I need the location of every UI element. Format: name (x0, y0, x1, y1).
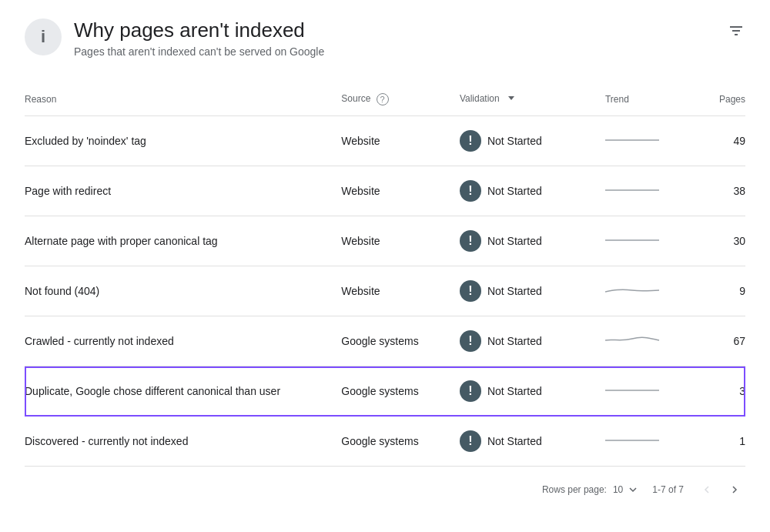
prev-page-button[interactable] (696, 479, 718, 500)
page-container: i Why pages aren't indexed Pages that ar… (0, 0, 770, 519)
cell-trend (605, 266, 715, 316)
validation-status-dot: ! (460, 330, 481, 352)
col-header-trend: Trend (605, 82, 715, 116)
cell-trend (605, 417, 715, 467)
validation-label: Not Started (487, 185, 542, 197)
cell-reason: Discovered - currently not indexed (25, 417, 341, 467)
validation-status-dot: ! (460, 130, 481, 152)
validation-status-dot: ! (460, 280, 481, 302)
filter-icon[interactable] (727, 18, 745, 45)
indexing-table: Reason Source ? Validation (25, 82, 745, 466)
table-row[interactable]: Discovered - currently not indexedGoogle… (25, 417, 745, 467)
cell-validation: !Not Started (460, 316, 605, 366)
trend-sparkline (605, 181, 667, 199)
cell-validation: !Not Started (460, 166, 605, 216)
cell-validation: !Not Started (460, 366, 605, 417)
rows-per-page-container: Rows per page: 10 (542, 483, 640, 497)
page-subtitle: Pages that aren't indexed can't be serve… (74, 45, 324, 58)
cell-source: Website (341, 116, 460, 166)
validation-label: Not Started (487, 285, 542, 297)
rows-per-page-select[interactable]: 10 (613, 483, 640, 497)
cell-pages: 30 (715, 216, 745, 266)
cell-source: Google systems (341, 366, 460, 417)
sort-down-icon (505, 92, 517, 106)
cell-pages: 49 (715, 116, 745, 166)
chevron-down-icon (626, 483, 640, 497)
pagination-info: 1-7 of 7 (652, 484, 684, 495)
validation-status-dot: ! (460, 230, 481, 252)
table-row[interactable]: Page with redirectWebsite!Not Started38 (25, 166, 745, 216)
trend-sparkline (605, 131, 667, 149)
cell-trend (605, 116, 715, 166)
validation-status-dot: ! (460, 180, 481, 202)
cell-pages: 1 (715, 417, 745, 467)
cell-validation: !Not Started (460, 417, 605, 467)
table-row[interactable]: Excluded by 'noindex' tagWebsite!Not Sta… (25, 116, 745, 166)
cell-reason: Alternate page with proper canonical tag (25, 216, 341, 266)
cell-pages: 38 (715, 166, 745, 216)
validation-label: Not Started (487, 235, 542, 247)
cell-reason: Not found (404) (25, 266, 341, 316)
cell-reason: Excluded by 'noindex' tag (25, 116, 341, 166)
cell-reason: Page with redirect (25, 166, 341, 216)
cell-source: Google systems (341, 316, 460, 366)
trend-sparkline (605, 281, 667, 299)
validation-status-dot: ! (460, 430, 481, 452)
pagination-nav (696, 479, 745, 500)
cell-trend (605, 216, 715, 266)
cell-validation: !Not Started (460, 116, 605, 166)
col-header-reason: Reason (25, 82, 341, 116)
cell-pages: 9 (715, 266, 745, 316)
cell-source: Google systems (341, 417, 460, 467)
cell-trend (605, 366, 715, 417)
table-row[interactable]: Not found (404)Website!Not Started9 (25, 266, 745, 316)
validation-label: Not Started (487, 385, 542, 397)
next-page-button[interactable] (724, 479, 745, 500)
validation-status-dot: ! (460, 380, 481, 402)
col-header-source: Source ? (341, 82, 460, 116)
rows-per-page-label: Rows per page: (542, 484, 607, 495)
table-header-row: Reason Source ? Validation (25, 82, 745, 116)
col-header-validation[interactable]: Validation (460, 82, 605, 116)
cell-reason: Crawled - currently not indexed (25, 316, 341, 366)
page-title: Why pages aren't indexed (74, 18, 324, 42)
trend-sparkline (605, 231, 667, 249)
info-icon: i (25, 18, 62, 55)
cell-validation: !Not Started (460, 216, 605, 266)
validation-label: Not Started (487, 135, 542, 147)
cell-pages: 3 (715, 366, 745, 417)
rows-per-page-value: 10 (613, 484, 623, 495)
validation-label: Not Started (487, 435, 542, 447)
trend-sparkline (605, 431, 667, 450)
cell-source: Website (341, 166, 460, 216)
source-help-icon[interactable]: ? (377, 93, 389, 105)
table-wrapper: Reason Source ? Validation (25, 82, 745, 466)
trend-sparkline (605, 331, 667, 350)
col-header-pages: Pages (715, 82, 745, 116)
table-row[interactable]: Alternate page with proper canonical tag… (25, 216, 745, 266)
cell-pages: 67 (715, 316, 745, 366)
cell-trend (605, 166, 715, 216)
validation-label: Not Started (487, 335, 542, 347)
page-header: i Why pages aren't indexed Pages that ar… (25, 18, 745, 58)
trend-sparkline (605, 381, 667, 400)
cell-trend (605, 316, 715, 366)
cell-reason: Duplicate, Google chose different canoni… (25, 366, 341, 417)
cell-validation: !Not Started (460, 266, 605, 316)
table-footer: Rows per page: 10 1-7 of 7 (25, 466, 745, 500)
table-row[interactable]: Crawled - currently not indexedGoogle sy… (25, 316, 745, 366)
cell-source: Website (341, 266, 460, 316)
cell-source: Website (341, 216, 460, 266)
header-text: Why pages aren't indexed Pages that aren… (74, 18, 324, 58)
table-row[interactable]: Duplicate, Google chose different canoni… (25, 366, 745, 417)
